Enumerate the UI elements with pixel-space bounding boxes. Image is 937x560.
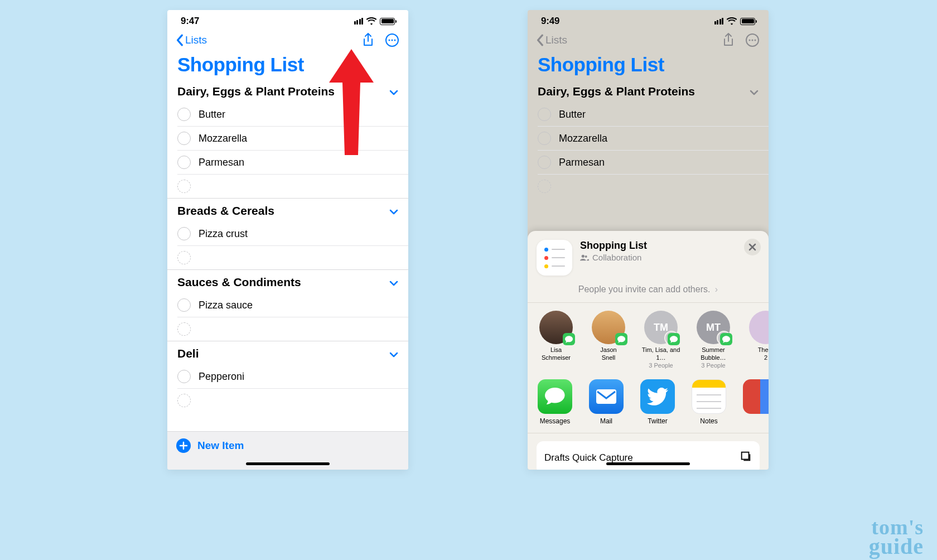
messages-badge-icon <box>720 333 732 345</box>
section-header[interactable]: Sauces & Condiments <box>167 270 408 293</box>
more-icon[interactable] <box>745 33 760 47</box>
list-item[interactable]: Pizza crust <box>177 222 408 246</box>
section-header[interactable]: Breads & Cereals <box>167 199 408 222</box>
invite-options-row[interactable]: People you invite can add others. › <box>528 281 769 303</box>
share-icon[interactable] <box>722 32 735 48</box>
radio-empty-icon[interactable] <box>177 227 191 240</box>
section-title: Breads & Cereals <box>177 204 274 218</box>
share-icon[interactable] <box>361 32 375 48</box>
section-title: Deli <box>177 347 199 360</box>
contact-item[interactable]: Jason Snell <box>589 311 628 369</box>
list-item-placeholder[interactable] <box>177 246 408 269</box>
home-indicator[interactable] <box>606 462 690 465</box>
section-header[interactable]: Deli <box>167 341 408 365</box>
share-subtitle[interactable]: Collaboration <box>580 253 760 262</box>
more-icon[interactable] <box>385 33 399 47</box>
app-twitter[interactable]: Twitter <box>639 379 676 425</box>
twitter-app-icon <box>640 379 675 414</box>
share-title: Shopping List <box>580 240 760 252</box>
cellular-signal-icon <box>354 18 364 25</box>
radio-empty-icon[interactable] <box>177 370 191 383</box>
radio-empty-icon[interactable] <box>538 108 551 121</box>
list-item[interactable]: Mozzarella <box>177 127 408 151</box>
radio-placeholder-icon <box>177 394 191 407</box>
wifi-icon <box>727 17 737 25</box>
radio-empty-icon[interactable] <box>177 156 191 169</box>
share-action-drafts[interactable]: Drafts Quick Capture <box>537 441 760 470</box>
plus-circle-icon <box>176 438 191 453</box>
battery-icon <box>740 18 755 25</box>
radio-empty-icon[interactable] <box>538 156 551 169</box>
app-label: Messages <box>537 417 573 425</box>
svg-point-2 <box>392 40 393 41</box>
list-item[interactable]: Pizza sauce <box>177 293 408 317</box>
people-icon <box>580 254 589 261</box>
list-item[interactable]: Parmesan <box>538 151 769 175</box>
list-item[interactable]: Butter <box>538 103 769 127</box>
contact-name-line2: 2 <box>746 354 769 362</box>
chevron-down-icon <box>750 85 759 98</box>
radio-empty-icon[interactable] <box>177 132 191 145</box>
contacts-row: Lisa Schmeiser Jason Snell TM Tim, Lisa,… <box>528 303 769 375</box>
avatar: MT <box>697 311 730 344</box>
app-messages[interactable]: Messages <box>537 379 573 425</box>
status-time: 9:49 <box>541 16 559 27</box>
section-header[interactable]: Dairy, Eggs & Plant Proteins <box>167 79 408 103</box>
avatar <box>539 311 573 344</box>
chevron-down-icon <box>389 276 398 289</box>
back-button[interactable]: Lists <box>537 34 567 46</box>
home-indicator[interactable] <box>246 462 330 465</box>
list-item-placeholder[interactable] <box>177 317 408 341</box>
chevron-down-icon <box>389 204 398 218</box>
partial-app-icon <box>743 379 769 414</box>
svg-point-8 <box>755 40 756 41</box>
radio-empty-icon[interactable] <box>177 298 191 312</box>
list-item[interactable]: Pepperoni <box>177 365 408 389</box>
messages-badge-icon <box>668 333 680 345</box>
page-title: Shopping List <box>167 50 408 79</box>
app-label: Twitter <box>639 417 676 425</box>
back-label: Lists <box>185 34 207 46</box>
section-header[interactable]: Dairy, Eggs & Plant Proteins <box>528 79 769 103</box>
contact-item[interactable]: TM Tim, Lisa, and 1… 3 People <box>641 311 680 369</box>
reminders-app-icon <box>537 240 572 276</box>
contact-item[interactable]: The F 2 <box>746 311 769 369</box>
radio-empty-icon[interactable] <box>177 108 191 121</box>
contact-name-line2: Schmeiser <box>537 354 576 362</box>
new-item-label: New Item <box>197 440 244 452</box>
app-more[interactable] <box>742 379 769 425</box>
avatar <box>592 311 625 344</box>
messages-badge-icon <box>615 333 627 345</box>
list-item[interactable]: Mozzarella <box>538 127 769 151</box>
contact-item[interactable]: MT Summer Bubble… 3 People <box>694 311 733 369</box>
status-bar: 9:47 <box>167 10 408 29</box>
section-breads: Breads & Cereals Pizza crust <box>167 199 408 270</box>
list-item-placeholder[interactable] <box>177 175 408 198</box>
open-square-icon <box>740 450 752 465</box>
app-mail[interactable]: Mail <box>588 379 625 425</box>
chevron-right-icon: › <box>715 284 718 294</box>
list-item[interactable]: Parmesan <box>177 151 408 175</box>
contact-name-line1: Summer Bubble… <box>694 346 733 362</box>
radio-empty-icon[interactable] <box>538 132 551 145</box>
back-button[interactable]: Lists <box>176 34 207 46</box>
list-item-placeholder[interactable] <box>538 175 769 198</box>
status-system-icons <box>354 17 395 25</box>
radio-placeholder-icon <box>538 180 551 193</box>
messages-app-icon <box>538 379 572 414</box>
list-item-placeholder[interactable] <box>177 389 408 412</box>
new-item-button[interactable]: New Item <box>176 438 399 453</box>
contact-item[interactable]: Lisa Schmeiser <box>537 311 576 369</box>
action-label: Drafts Quick Capture <box>544 452 633 464</box>
contact-sub: 3 People <box>641 362 680 370</box>
messages-badge-icon <box>563 333 575 345</box>
battery-icon <box>380 18 395 25</box>
share-sheet: Shopping List Collaboration People you i… <box>528 231 769 470</box>
app-notes[interactable]: Notes <box>690 379 727 425</box>
close-icon <box>748 243 756 251</box>
radio-placeholder-icon <box>177 251 191 264</box>
svg-point-1 <box>389 40 390 41</box>
close-button[interactable] <box>744 239 761 255</box>
back-label: Lists <box>545 34 567 46</box>
list-item[interactable]: Butter <box>177 103 408 127</box>
